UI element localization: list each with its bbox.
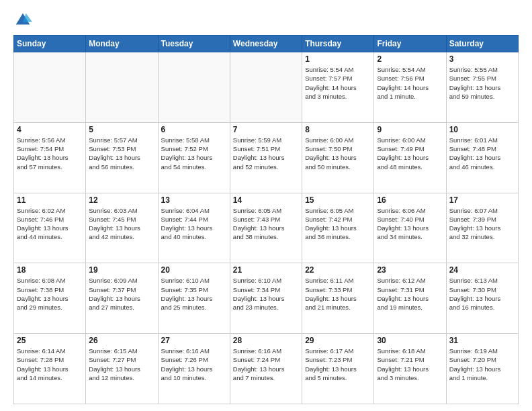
day-info: Sunrise: 6:03 AM Sunset: 7:45 PM Dayligh… [89,206,154,242]
day-number: 20 [161,265,227,275]
day-number: 5 [89,125,154,134]
day-info: Sunrise: 6:10 AM Sunset: 7:34 PM Dayligh… [233,276,299,312]
calendar-cell: 27Sunrise: 6:16 AM Sunset: 7:26 PM Dayli… [158,334,230,404]
day-number: 25 [17,336,83,345]
calendar-cell: 15Sunrise: 6:05 AM Sunset: 7:42 PM Dayli… [302,193,374,263]
day-info: Sunrise: 6:16 AM Sunset: 7:26 PM Dayligh… [161,347,227,382]
day-info: Sunrise: 5:56 AM Sunset: 7:54 PM Dayligh… [17,136,83,171]
calendar-cell: 4Sunrise: 5:56 AM Sunset: 7:54 PM Daylig… [14,122,86,193]
header [13,11,519,30]
calendar-cell: 5Sunrise: 5:57 AM Sunset: 7:53 PM Daylig… [86,122,158,193]
logo [13,11,35,30]
calendar-cell: 23Sunrise: 6:12 AM Sunset: 7:31 PM Dayli… [374,263,446,334]
calendar-cell [230,52,302,123]
day-info: Sunrise: 6:01 AM Sunset: 7:48 PM Dayligh… [449,136,515,171]
day-header-thursday: Thursday [302,36,374,52]
calendar-cell: 3Sunrise: 5:55 AM Sunset: 7:55 PM Daylig… [446,52,518,123]
day-info: Sunrise: 6:05 AM Sunset: 7:42 PM Dayligh… [305,206,371,242]
day-number: 18 [17,265,83,275]
day-number: 31 [449,336,515,345]
day-info: Sunrise: 6:10 AM Sunset: 7:35 PM Dayligh… [161,276,227,312]
day-info: Sunrise: 6:16 AM Sunset: 7:24 PM Dayligh… [233,347,299,382]
day-number: 27 [161,336,227,345]
calendar-cell: 29Sunrise: 6:17 AM Sunset: 7:23 PM Dayli… [302,334,374,404]
day-number: 30 [377,336,443,345]
day-header-wednesday: Wednesday [230,36,302,52]
day-info: Sunrise: 6:07 AM Sunset: 7:39 PM Dayligh… [449,206,515,242]
day-number: 6 [161,125,227,134]
day-header-monday: Monday [86,36,158,52]
day-number: 10 [449,125,515,134]
day-info: Sunrise: 6:00 AM Sunset: 7:49 PM Dayligh… [377,136,443,171]
day-header-friday: Friday [374,36,446,52]
day-number: 26 [89,336,154,345]
day-info: Sunrise: 6:08 AM Sunset: 7:38 PM Dayligh… [17,276,83,312]
logo-icon [13,11,32,30]
week-row-3: 18Sunrise: 6:08 AM Sunset: 7:38 PM Dayli… [14,263,519,334]
calendar-cell: 31Sunrise: 6:19 AM Sunset: 7:20 PM Dayli… [446,334,518,404]
calendar-cell: 20Sunrise: 6:10 AM Sunset: 7:35 PM Dayli… [158,263,230,334]
day-info: Sunrise: 6:05 AM Sunset: 7:43 PM Dayligh… [233,206,299,242]
day-number: 2 [377,54,443,64]
day-info: Sunrise: 6:12 AM Sunset: 7:31 PM Dayligh… [377,276,443,312]
calendar-cell: 8Sunrise: 6:00 AM Sunset: 7:50 PM Daylig… [302,122,374,193]
calendar-cell: 28Sunrise: 6:16 AM Sunset: 7:24 PM Dayli… [230,334,302,404]
day-info: Sunrise: 5:54 AM Sunset: 7:56 PM Dayligh… [377,65,443,101]
day-number: 13 [161,195,227,205]
day-number: 11 [17,195,83,205]
day-number: 3 [449,54,515,64]
day-header-tuesday: Tuesday [158,36,230,52]
day-number: 8 [305,125,371,134]
day-info: Sunrise: 6:13 AM Sunset: 7:30 PM Dayligh… [449,276,515,312]
day-info: Sunrise: 6:06 AM Sunset: 7:40 PM Dayligh… [377,206,443,242]
calendar-cell: 6Sunrise: 5:58 AM Sunset: 7:52 PM Daylig… [158,122,230,193]
calendar-cell: 2Sunrise: 5:54 AM Sunset: 7:56 PM Daylig… [374,52,446,123]
day-number: 28 [233,336,299,345]
day-number: 7 [233,125,299,134]
day-number: 9 [377,125,443,134]
calendar-cell [158,52,230,123]
day-number: 14 [233,195,299,205]
day-info: Sunrise: 5:54 AM Sunset: 7:57 PM Dayligh… [305,65,371,101]
day-number: 17 [449,195,515,205]
day-number: 19 [89,265,154,275]
day-number: 15 [305,195,371,205]
calendar-cell: 14Sunrise: 6:05 AM Sunset: 7:43 PM Dayli… [230,193,302,263]
calendar-cell: 21Sunrise: 6:10 AM Sunset: 7:34 PM Dayli… [230,263,302,334]
calendar-cell: 30Sunrise: 6:18 AM Sunset: 7:21 PM Dayli… [374,334,446,404]
week-row-1: 4Sunrise: 5:56 AM Sunset: 7:54 PM Daylig… [14,122,519,193]
day-number: 24 [449,265,515,275]
day-number: 1 [305,54,371,64]
day-number: 4 [17,125,83,134]
day-number: 29 [305,336,371,345]
day-number: 12 [89,195,154,205]
day-number: 21 [233,265,299,275]
day-info: Sunrise: 6:19 AM Sunset: 7:20 PM Dayligh… [449,347,515,382]
calendar-table: SundayMondayTuesdayWednesdayThursdayFrid… [13,35,519,404]
calendar-cell: 1Sunrise: 5:54 AM Sunset: 7:57 PM Daylig… [302,52,374,123]
day-info: Sunrise: 6:11 AM Sunset: 7:33 PM Dayligh… [305,276,371,312]
calendar-cell: 16Sunrise: 6:06 AM Sunset: 7:40 PM Dayli… [374,193,446,263]
calendar-cell: 26Sunrise: 6:15 AM Sunset: 7:27 PM Dayli… [86,334,158,404]
day-number: 16 [377,195,443,205]
calendar-cell: 18Sunrise: 6:08 AM Sunset: 7:38 PM Dayli… [14,263,86,334]
day-info: Sunrise: 6:02 AM Sunset: 7:46 PM Dayligh… [17,206,83,242]
calendar-cell: 11Sunrise: 6:02 AM Sunset: 7:46 PM Dayli… [14,193,86,263]
calendar-cell: 25Sunrise: 6:14 AM Sunset: 7:28 PM Dayli… [14,334,86,404]
day-header-sunday: Sunday [14,36,86,52]
day-info: Sunrise: 6:17 AM Sunset: 7:23 PM Dayligh… [305,347,371,382]
day-info: Sunrise: 5:55 AM Sunset: 7:55 PM Dayligh… [449,65,515,101]
day-info: Sunrise: 5:59 AM Sunset: 7:51 PM Dayligh… [233,136,299,171]
calendar-cell: 19Sunrise: 6:09 AM Sunset: 7:37 PM Dayli… [86,263,158,334]
calendar-cell: 12Sunrise: 6:03 AM Sunset: 7:45 PM Dayli… [86,193,158,263]
day-number: 23 [377,265,443,275]
calendar-cell: 7Sunrise: 5:59 AM Sunset: 7:51 PM Daylig… [230,122,302,193]
day-info: Sunrise: 6:09 AM Sunset: 7:37 PM Dayligh… [89,276,154,312]
week-row-0: 1Sunrise: 5:54 AM Sunset: 7:57 PM Daylig… [14,52,519,123]
page: SundayMondayTuesdayWednesdayThursdayFrid… [0,0,532,411]
calendar-cell: 13Sunrise: 6:04 AM Sunset: 7:44 PM Dayli… [158,193,230,263]
day-info: Sunrise: 6:14 AM Sunset: 7:28 PM Dayligh… [17,347,83,382]
week-row-2: 11Sunrise: 6:02 AM Sunset: 7:46 PM Dayli… [14,193,519,263]
day-number: 22 [305,265,371,275]
day-info: Sunrise: 5:58 AM Sunset: 7:52 PM Dayligh… [161,136,227,171]
